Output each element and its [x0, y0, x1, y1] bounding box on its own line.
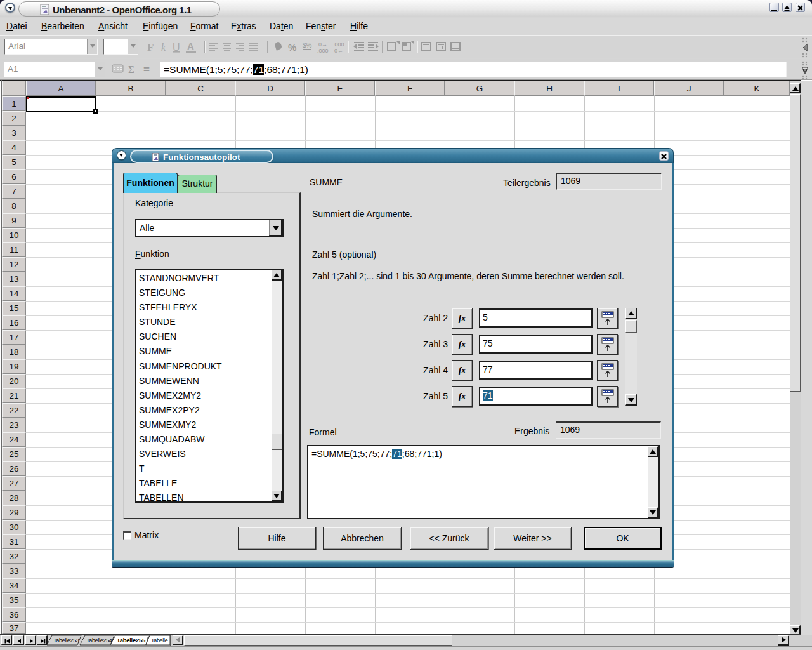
- svg-text:0→: 0→: [318, 41, 327, 48]
- svg-text:F: F: [147, 41, 154, 53]
- svg-text:Tabelle253: Tabelle253: [53, 637, 79, 644]
- svg-text:A: A: [187, 41, 194, 51]
- svg-text:.000: .000: [333, 41, 344, 48]
- svg-text:%: %: [288, 42, 296, 53]
- svg-text:.000: .000: [317, 48, 329, 54]
- svg-text:U: U: [173, 42, 180, 53]
- svg-text:Tabelle: Tabelle: [151, 637, 168, 644]
- svg-text:Tabelle254: Tabelle254: [86, 637, 112, 644]
- svg-text:k: k: [161, 42, 166, 53]
- svg-text:Tabelle255: Tabelle255: [117, 637, 146, 644]
- svg-text:=: =: [143, 63, 150, 76]
- svg-text:Σ: Σ: [128, 63, 134, 76]
- svg-text:0←: 0←: [334, 48, 343, 54]
- svg-text:$%: $%: [303, 42, 312, 49]
